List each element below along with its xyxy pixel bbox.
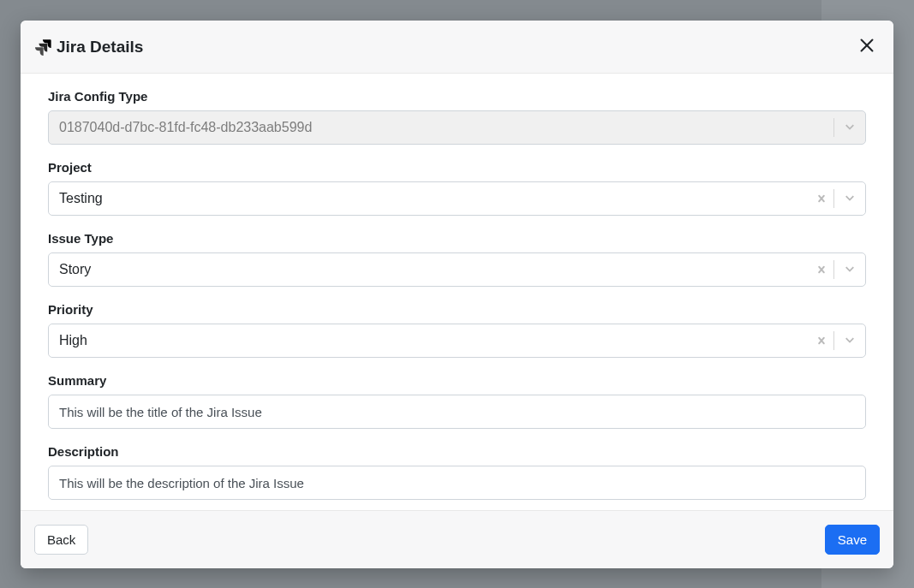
- project-value: Testing: [59, 191, 809, 206]
- modal-header: Jira Details: [21, 21, 893, 73]
- back-button[interactable]: Back: [34, 525, 88, 555]
- clear-icon[interactable]: [809, 263, 833, 276]
- issue-type-value: Story: [59, 262, 809, 277]
- modal-footer: Back Save: [21, 510, 893, 568]
- priority-select[interactable]: High: [48, 324, 866, 358]
- chevron-down-icon[interactable]: [834, 191, 865, 206]
- config-type-label: Jira Config Type: [48, 89, 866, 104]
- jira-details-modal: Jira Details Jira Config Type 0187040d-d…: [21, 21, 893, 568]
- field-project: Project Testing: [48, 160, 866, 216]
- chevron-down-icon: [834, 120, 865, 135]
- select-indicators: [833, 111, 865, 144]
- summary-label: Summary: [48, 373, 866, 388]
- modal-body[interactable]: Jira Config Type 0187040d-d7bc-81fd-fc48…: [21, 74, 893, 510]
- issue-type-label: Issue Type: [48, 231, 866, 246]
- priority-label: Priority: [48, 302, 866, 317]
- config-type-select: 0187040d-d7bc-81fd-fc48-db233aab599d: [48, 110, 866, 145]
- chevron-down-icon[interactable]: [834, 333, 865, 348]
- clear-icon[interactable]: [809, 334, 833, 347]
- field-priority: Priority High: [48, 302, 866, 358]
- issue-type-select[interactable]: Story: [48, 252, 866, 287]
- field-issue-type: Issue Type Story: [48, 231, 866, 287]
- field-description: Description: [48, 444, 866, 500]
- jira-icon: [34, 39, 51, 56]
- project-select[interactable]: Testing: [48, 181, 866, 216]
- description-input[interactable]: [48, 466, 866, 500]
- clear-icon[interactable]: [809, 192, 833, 205]
- close-button[interactable]: [854, 33, 880, 61]
- description-label: Description: [48, 444, 866, 459]
- summary-input[interactable]: [48, 395, 866, 429]
- select-indicators: [809, 182, 865, 215]
- select-indicators: [809, 324, 865, 357]
- chevron-down-icon[interactable]: [834, 262, 865, 277]
- field-config-type: Jira Config Type 0187040d-d7bc-81fd-fc48…: [48, 89, 866, 145]
- modal-title: Jira Details: [57, 38, 143, 56]
- save-button[interactable]: Save: [825, 525, 880, 555]
- field-summary: Summary: [48, 373, 866, 429]
- close-icon: [857, 45, 876, 57]
- select-indicators: [809, 253, 865, 286]
- modal-body-wrapper: Jira Config Type 0187040d-d7bc-81fd-fc48…: [21, 73, 893, 510]
- config-type-value: 0187040d-d7bc-81fd-fc48-db233aab599d: [59, 120, 833, 135]
- priority-value: High: [59, 333, 809, 348]
- project-label: Project: [48, 160, 866, 175]
